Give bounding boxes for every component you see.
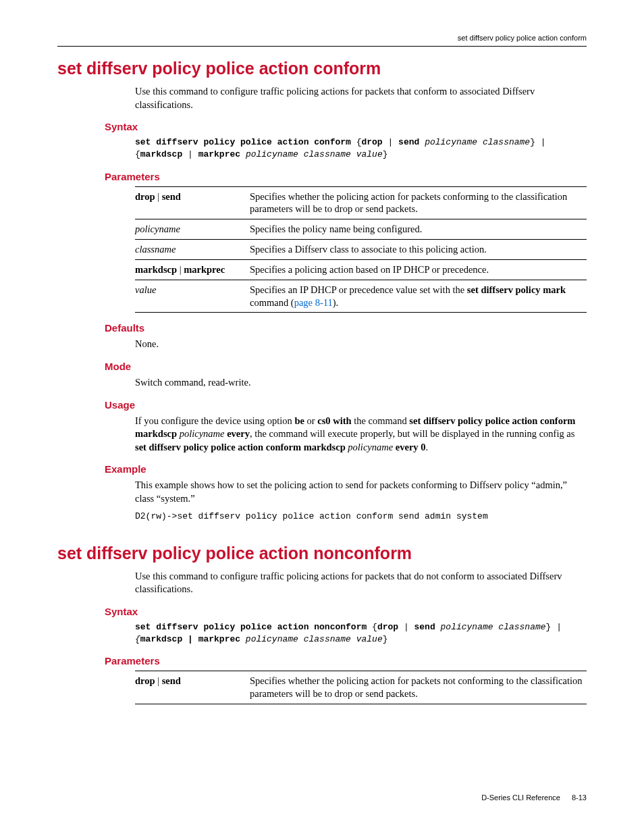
table-row: drop | sendSpecifies whether the policin… (135, 671, 587, 704)
footer-doc: D-Series CLI Reference (481, 793, 560, 802)
param-desc: Specifies an IP DHCP or precedence value… (250, 280, 587, 313)
param-desc: Specifies a policing action based on IP … (250, 259, 587, 280)
s2-cmd: set diffserv policy police action noncon… (135, 622, 367, 632)
s2-sp (435, 622, 441, 632)
parameters-table-1: drop | sendSpecifies whether the policin… (135, 186, 587, 313)
running-header: set diffserv policy police action confor… (57, 34, 587, 42)
mode-heading: Mode (105, 361, 587, 372)
footer-page: 8-13 (572, 793, 587, 802)
s2b-sp (240, 634, 246, 644)
syntax-heading-2: Syntax (105, 606, 587, 617)
syntax2-markprec: markprec (198, 149, 240, 159)
param-name: policyname (135, 219, 250, 240)
defaults-heading: Defaults (105, 322, 587, 334)
header-rule (57, 46, 587, 47)
param-desc: Specifies a Diffserv class to associate … (250, 240, 587, 260)
defaults-body: None. (135, 338, 587, 351)
syntax-pipe: | (383, 137, 398, 147)
section1-intro: Use this command to configure traffic po… (135, 85, 587, 111)
syntax-brace: { (351, 137, 362, 147)
example-intro: This example shows how to set the polici… (135, 479, 587, 505)
param-name: drop | send (135, 671, 250, 704)
example-code: D2(rw)->set diffserv policy police actio… (135, 511, 587, 523)
param-name: value (135, 280, 250, 313)
example-heading: Example (105, 463, 587, 475)
page-footer: D-Series CLI Reference 8-13 (481, 793, 587, 802)
syntax-sp (419, 137, 425, 147)
s2-pipe: | (398, 622, 414, 632)
syntax2-args: policyname classname value (246, 149, 383, 159)
param-desc: Specifies the policy name being configur… (250, 219, 587, 240)
param-name: drop | send (135, 186, 250, 219)
syntax-code-1: set diffserv policy police action confor… (135, 136, 587, 161)
s2b-end: } (383, 634, 388, 644)
section-title-nonconform: set diffserv policy police action noncon… (57, 544, 587, 563)
param-desc: Specifies whether the policing action fo… (250, 186, 587, 219)
parameters-heading-1: Parameters (105, 171, 587, 182)
param-name: classname (135, 240, 250, 260)
table-row: classnameSpecifies a Diffserv class to a… (135, 240, 587, 260)
syntax2-markdscp: markdscp (140, 149, 182, 159)
usage-heading: Usage (105, 399, 587, 411)
syntax-args: policyname classname (425, 137, 530, 147)
table-row: valueSpecifies an IP DHCP or precedence … (135, 280, 587, 313)
section2-intro: Use this command to configure traffic po… (135, 570, 587, 596)
parameters-heading-2: Parameters (105, 655, 587, 667)
s2-send: send (414, 622, 435, 632)
mode-body: Switch command, read-write. (135, 376, 587, 390)
table-row: drop | sendSpecifies whether the policin… (135, 186, 587, 219)
syntax2-brace: { (135, 149, 140, 159)
usage-body: If you configure the device using option… (135, 415, 587, 454)
s2-drop: drop (377, 622, 398, 632)
syntax-cmd: set diffserv policy police action confor… (135, 137, 351, 147)
syntax-heading-1: Syntax (105, 121, 587, 132)
table-row: markdscp | markprecSpecifies a policing … (135, 259, 587, 280)
syntax2-pipe: | (182, 149, 198, 159)
param-desc: Specifies whether the policing action fo… (250, 671, 587, 704)
param-name: markdscp | markprec (135, 259, 250, 280)
table-row: policynameSpecifies the policy name bein… (135, 219, 587, 240)
s2b-mark: markdscp | markprec (140, 634, 240, 644)
s2b-args: policyname classname value (246, 634, 383, 644)
parameters-table-2: drop | sendSpecifies whether the policin… (135, 671, 587, 704)
s2-end: } | (546, 622, 567, 632)
s2b-brace: { (135, 634, 140, 644)
s2-brace: { (367, 622, 377, 632)
syntax-send: send (398, 137, 419, 147)
section-title-conform: set diffserv policy police action confor… (57, 59, 587, 78)
syntax-code-2: set diffserv policy police action noncon… (135, 621, 587, 646)
syntax-drop: drop (361, 137, 382, 147)
syntax-end: } | (530, 137, 551, 147)
syntax2-end: } (383, 149, 388, 159)
syntax2-sp (240, 149, 246, 159)
s2-args: policyname classname (441, 622, 546, 632)
